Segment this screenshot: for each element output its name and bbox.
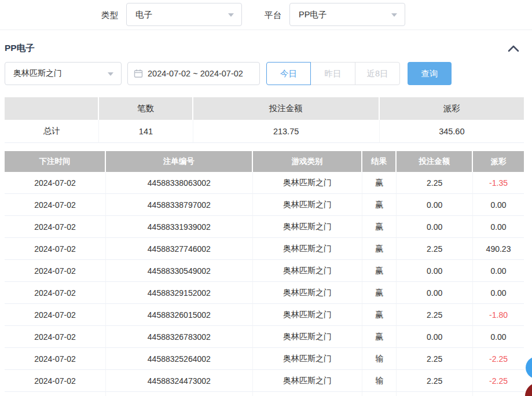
top-filter-bar: 类型 电子 平台 PP电子 xyxy=(0,0,532,30)
cell-game-type: 奥林匹斯之门 xyxy=(253,216,362,238)
caret-down-icon xyxy=(391,13,397,17)
cell-payout: 0.00 xyxy=(473,282,524,304)
cell-payout: -2.25 xyxy=(473,348,524,370)
platform-label: 平台 xyxy=(265,10,281,21)
cell-result xyxy=(362,392,397,396)
cell-bet-id: 44588331939002 xyxy=(106,216,253,238)
table-row: 2024-07-0244588327746002奥林匹斯之门赢2.25490.2… xyxy=(5,238,524,260)
cell-payout: -1.35 xyxy=(473,172,524,194)
cell-payout: -2.25 xyxy=(473,370,524,392)
summary-total-row: 总计 141 213.75 345.60 xyxy=(5,120,524,143)
records-header-bet-time: 下注时间 xyxy=(5,151,106,172)
quick-date-button-group: 今日 昨日 近8日 xyxy=(266,62,400,85)
summary-table: 笔数 投注金额 派彩 总计 141 213.75 345.60 xyxy=(5,97,524,143)
cell-game-type: 奥林匹斯之门 xyxy=(253,172,362,194)
cell-bet-id: 44588329152002 xyxy=(106,282,253,304)
cell-bet-amount: 0.00 xyxy=(397,194,473,216)
cell-bet-id: 44588327746002 xyxy=(106,238,253,260)
cell-bet-id: 44588326015002 xyxy=(106,304,253,326)
cell-result: 赢 xyxy=(362,238,397,260)
cell-result: 赢 xyxy=(362,260,397,282)
cell-payout: -1.80 xyxy=(473,304,524,326)
cell-result: 赢 xyxy=(362,326,397,348)
caret-down-icon xyxy=(228,13,234,17)
cell-bet-id: 44588330549002 xyxy=(106,260,253,282)
cell-bet-amount: 0.00 xyxy=(397,260,473,282)
date-range-value: 2024-07-02 ~ 2024-07-02 xyxy=(148,69,243,78)
summary-total-bet-amount: 213.75 xyxy=(193,120,380,143)
cell-game-type: 奥林匹斯之门 xyxy=(253,194,362,216)
cell-bet-time: 2024-07-02 xyxy=(5,304,106,326)
summary-header-row: 笔数 投注金额 派彩 xyxy=(5,97,524,120)
summary-total-payout: 345.60 xyxy=(380,120,524,143)
summary-header-count: 笔数 xyxy=(99,97,193,120)
cell-bet-time: 2024-07-02 xyxy=(5,282,106,304)
game-select[interactable]: 奥林匹斯之门 xyxy=(5,62,122,85)
table-row: 2024-07-0244588324473002奥林匹斯之门输2.25-2.25 xyxy=(5,370,524,392)
cell-game-type: 奥林匹斯之门 xyxy=(253,326,362,348)
cell-game-type: 奥林匹斯之门 xyxy=(253,370,362,392)
summary-header-blank xyxy=(5,97,99,120)
today-button[interactable]: 今日 xyxy=(266,62,311,85)
section-title: PP电子 xyxy=(5,42,35,54)
cell-bet-amount: 2.25 xyxy=(397,370,473,392)
cell-bet-time: 2024-07-02 xyxy=(5,194,106,216)
table-row: 2024-07-0244588326015002奥林匹斯之门赢2.25-1.80 xyxy=(5,304,524,326)
cell-bet-id xyxy=(106,392,253,396)
caret-down-icon xyxy=(108,72,113,76)
platform-select[interactable]: PP电子 xyxy=(289,3,405,26)
cell-bet-amount: 0.00 xyxy=(397,216,473,238)
records-header-game-type: 游戏类别 xyxy=(253,151,362,172)
cell-result: 赢 xyxy=(362,172,397,194)
cell-bet-amount: 2.25 xyxy=(397,172,473,194)
table-row-partial xyxy=(5,392,524,396)
records-header-payout: 派彩 xyxy=(473,151,524,172)
cell-payout: 0.00 xyxy=(473,260,524,282)
cell-bet-id: 44588326783002 xyxy=(106,326,253,348)
cell-bet-time: 2024-07-02 xyxy=(5,216,106,238)
platform-select-value: PP电子 xyxy=(299,9,326,20)
summary-total-label: 总计 xyxy=(5,120,99,143)
records-header-result: 结果 xyxy=(362,151,397,172)
date-range-input[interactable]: 2024-07-02 ~ 2024-07-02 xyxy=(127,62,260,85)
game-select-value: 奥林匹斯之门 xyxy=(13,68,62,79)
section-header: PP电子 xyxy=(0,36,532,61)
filter-row: 奥林匹斯之门 2024-07-02 ~ 2024-07-02 今日 昨日 近8日… xyxy=(5,62,452,85)
last-8-days-button[interactable]: 近8日 xyxy=(355,62,400,85)
cell-bet-amount: 2.25 xyxy=(397,304,473,326)
summary-header-payout: 派彩 xyxy=(380,97,524,120)
summary-total-count: 141 xyxy=(99,120,193,143)
cell-payout: 0.00 xyxy=(473,194,524,216)
cell-result: 输 xyxy=(362,348,397,370)
table-row: 2024-07-0244588326783002奥林匹斯之门赢0.000.00 xyxy=(5,326,524,348)
records-table: 下注时间 注单编号 游戏类别 结果 投注金额 派彩 2024-07-024458… xyxy=(5,151,524,396)
cell-payout: 490.23 xyxy=(473,238,524,260)
calendar-icon xyxy=(134,69,143,78)
cell-payout: 0.00 xyxy=(473,216,524,238)
cell-bet-time xyxy=(5,392,106,396)
cell-game-type: 奥林匹斯之门 xyxy=(253,260,362,282)
records-table-container: 下注时间 注单编号 游戏类别 结果 投注金额 派彩 2024-07-024458… xyxy=(5,151,524,396)
cell-game-type xyxy=(253,392,362,396)
cell-bet-amount: 0.00 xyxy=(397,326,473,348)
table-row: 2024-07-0244588329152002奥林匹斯之门赢0.000.00 xyxy=(5,282,524,304)
table-row: 2024-07-0244588330549002奥林匹斯之门赢0.000.00 xyxy=(5,260,524,282)
floating-action-red-button[interactable] xyxy=(525,383,532,396)
cell-bet-time: 2024-07-02 xyxy=(5,238,106,260)
cell-bet-time: 2024-07-02 xyxy=(5,172,106,194)
cell-bet-time: 2024-07-02 xyxy=(5,348,106,370)
cell-game-type: 奥林匹斯之门 xyxy=(253,348,362,370)
floating-action-blue-button[interactable] xyxy=(526,357,532,379)
cell-bet-time: 2024-07-02 xyxy=(5,326,106,348)
cell-result: 赢 xyxy=(362,304,397,326)
cell-result: 赢 xyxy=(362,216,397,238)
table-row: 2024-07-0244588325264002奥林匹斯之门输2.25-2.25 xyxy=(5,348,524,370)
table-row: 2024-07-0244588331939002奥林匹斯之门赢0.000.00 xyxy=(5,216,524,238)
cell-payout xyxy=(473,392,524,396)
yesterday-button[interactable]: 昨日 xyxy=(310,62,355,85)
type-select[interactable]: 电子 xyxy=(126,3,242,26)
cell-bet-id: 44588325264002 xyxy=(106,348,253,370)
collapse-section-button[interactable] xyxy=(508,45,519,52)
cell-bet-id: 44588338797002 xyxy=(106,194,253,216)
search-button[interactable]: 查询 xyxy=(408,62,452,85)
